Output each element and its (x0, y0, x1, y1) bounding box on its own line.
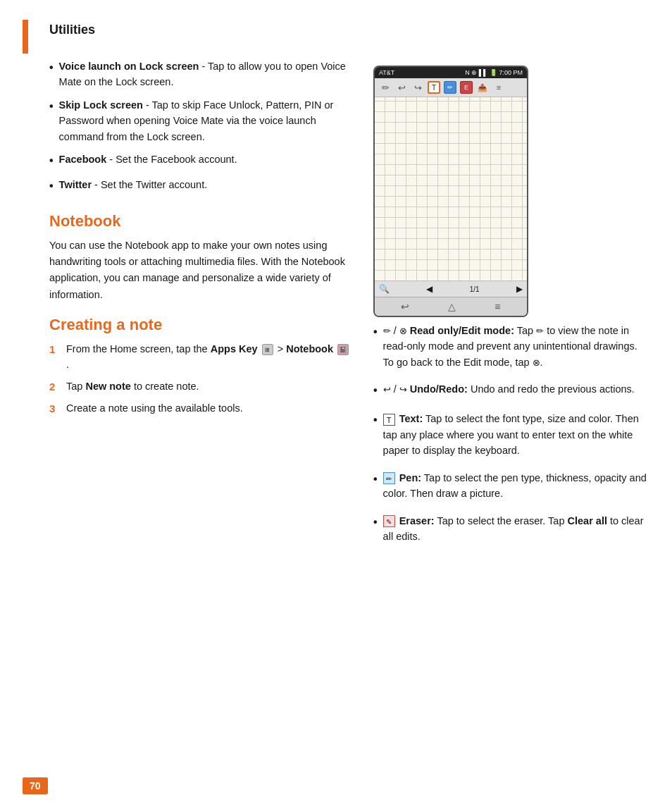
bullet-dot: • (49, 152, 54, 170)
phone-nav-bar: ↩ △ ≡ (375, 297, 527, 316)
share-icon: 📤 (476, 81, 489, 94)
circle-x-icon2: ⊗ (533, 357, 540, 368)
notebook-icon: 📓 (337, 344, 349, 355)
bullet-dot: • (49, 59, 54, 77)
redo-icon: ↪ (411, 81, 424, 94)
phone-mockup: AT&T N ⊕ ▌▌ 🔋 7:00 PM ✏ ↩ ↪ T ✏ E 📤 ≡ (373, 66, 528, 317)
undo-icon: ↩ (383, 384, 391, 395)
next-page-btn: ▶ (516, 284, 523, 294)
notebook-body: You can use the Notebook app to make you… (49, 238, 352, 303)
back-nav-icon: ↩ (401, 301, 409, 312)
list-item: • Twitter - Set the Twitter account. (49, 177, 352, 195)
bold-label: Text: (399, 413, 423, 424)
more-icon: ≡ (492, 81, 505, 94)
bullet-dot: • (49, 98, 54, 116)
bullet-text: Skip Lock screen - Tap to skip Face Unlo… (59, 97, 352, 144)
right-column: AT&T N ⊕ ▌▌ 🔋 7:00 PM ✏ ↩ ↪ T ✏ E 📤 ≡ (373, 58, 647, 555)
list-item: • ✎ Eraser: Tap to select the eraser. Ta… (373, 513, 647, 545)
bullet-dot: • (373, 471, 378, 488)
list-item: • T Text: Tap to select the font type, s… (373, 411, 647, 458)
circle-x-icon-inline: ⊗ (399, 326, 407, 336)
status-icons: N ⊕ ▌▌ 🔋 7:00 PM (465, 69, 523, 76)
list-item: • Voice launch on Lock screen - Tap to a… (49, 58, 352, 90)
bold-label: Eraser: (399, 515, 435, 526)
step-number: 1 (49, 341, 59, 357)
step-text: From the Home screen, tap the Apps Key ⊞… (66, 341, 352, 373)
section-accent-bar (23, 20, 28, 54)
step-item: 2 Tap New note to create note. (49, 378, 352, 395)
bullet-text: Twitter - Set the Twitter account. (59, 177, 208, 192)
text-tool-icon: T (428, 81, 440, 94)
menu-nav-icon: ≡ (494, 301, 500, 312)
bold-label: Pen: (399, 472, 421, 483)
list-item: • ✏ / ⊗ Read only/Edit mode: Tap ✏ to vi… (373, 323, 647, 370)
eraser-box-icon: ✎ (383, 515, 395, 527)
bullet-dot: • (373, 382, 378, 400)
steps-list: 1 From the Home screen, tap the Apps Key… (49, 341, 352, 417)
pencil-icon: ✏ (379, 81, 392, 94)
step-number: 3 (49, 400, 59, 417)
bold-label: Skip Lock screen (59, 99, 143, 111)
bullet-text: ✎ Eraser: Tap to select the eraser. Tap … (383, 513, 647, 545)
bullet-dot: • (49, 178, 54, 195)
list-item: • Skip Lock screen - Tap to skip Face Un… (49, 97, 352, 144)
bold-label: Undo/Redo: (410, 383, 468, 395)
text-tool-box-icon: T (383, 414, 395, 426)
bold-label: Twitter (59, 179, 92, 190)
notebook-heading: Notebook (49, 212, 352, 230)
page-indicator: 1/1 (470, 285, 480, 293)
phone-bottom-bar: 🔍 ◀ 1/1 ▶ (375, 281, 527, 297)
list-item: • Facebook - Set the Facebook account. (49, 152, 352, 170)
undo-icon: ↩ (395, 81, 408, 94)
page-number: 70 (23, 777, 48, 794)
page-footer: 70 (23, 780, 48, 791)
phone-status-bar: AT&T N ⊕ ▌▌ 🔋 7:00 PM (375, 67, 527, 78)
phone-note-content (375, 97, 527, 281)
clear-all-label: Clear all (568, 515, 607, 526)
pencil-icon-inline: ✏ (383, 326, 391, 336)
bullet-dot: • (373, 412, 378, 429)
step-text: Create a note using the available tools. (66, 400, 243, 416)
bullet-text: ✏ / ⊗ Read only/Edit mode: Tap ✏ to view… (383, 323, 647, 370)
redo-icon: ↪ (399, 384, 407, 395)
bullet-text: Voice launch on Lock screen - Tap to all… (59, 58, 352, 90)
home-nav-icon: △ (448, 301, 456, 312)
utilities-heading: Utilities (49, 23, 647, 37)
bold-label: Voice launch on Lock screen (59, 61, 199, 72)
creating-note-heading: Creating a note (49, 316, 352, 334)
prev-page-btn: ◀ (426, 284, 433, 294)
step-item: 1 From the Home screen, tap the Apps Key… (49, 341, 352, 373)
bullet-text: Facebook - Set the Facebook account. (59, 152, 237, 167)
eraser-tool-icon: E (460, 81, 473, 94)
carrier-label: AT&T (379, 69, 394, 76)
pen-tool-icon: ✏ (444, 81, 456, 94)
pen-box-icon: ✏ (383, 472, 395, 484)
search-btn: 🔍 (379, 284, 390, 294)
bold-label: Read only/Edit mode: (410, 325, 514, 336)
list-item: • ✏ Pen: Tap to select the pen type, thi… (373, 470, 647, 502)
apps-key-icon: ⊞ (262, 344, 273, 355)
bullet-dot: • (373, 324, 378, 341)
bold-label: Facebook (59, 154, 107, 165)
list-item: • ↩ / ↪ Undo/Redo: Undo and redo the pre… (373, 381, 647, 400)
bullet-text: T Text: Tap to select the font type, siz… (383, 411, 647, 458)
bullet-text: ✏ Pen: Tap to select the pen type, thick… (383, 470, 647, 502)
utilities-bullet-list: • Voice launch on Lock screen - Tap to a… (49, 58, 352, 195)
step-item: 3 Create a note using the available tool… (49, 400, 352, 417)
step-number: 2 (49, 378, 59, 395)
step-text: Tap New note to create note. (66, 378, 199, 394)
phone-toolbar: ✏ ↩ ↪ T ✏ E 📤 ≡ (375, 78, 527, 97)
tools-bullet-list: • ✏ / ⊗ Read only/Edit mode: Tap ✏ to vi… (373, 323, 647, 544)
bullet-text: ↩ / ↪ Undo/Redo: Undo and redo the previ… (383, 381, 635, 397)
bullet-dot: • (373, 514, 378, 531)
pencil-icon2: ✏ (536, 326, 544, 336)
left-column: • Voice launch on Lock screen - Tap to a… (49, 58, 352, 555)
